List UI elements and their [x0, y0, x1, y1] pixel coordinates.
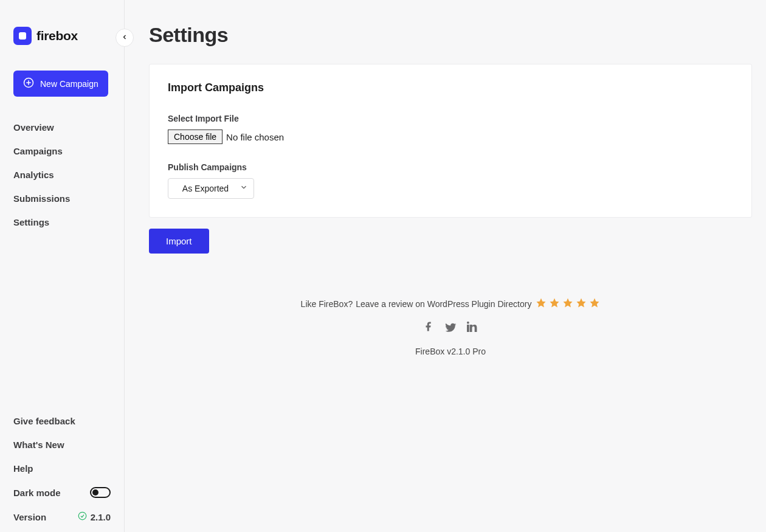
new-campaign-label: New Campaign [40, 79, 98, 89]
card-title: Import Campaigns [168, 81, 733, 94]
version-row: Version 2.1.0 [13, 511, 111, 522]
sidebar: firebox New Campaign Overview Campaigns … [0, 0, 125, 532]
linkedin-link[interactable] [467, 321, 478, 337]
toggle-knob-icon [92, 489, 98, 496]
star-icon [536, 297, 547, 310]
plus-circle-icon [23, 77, 34, 90]
linkedin-icon [467, 323, 478, 334]
logo-mark-icon [13, 27, 32, 45]
sidebar-item-submissions[interactable]: Submissions [13, 193, 111, 204]
sidebar-collapse-button[interactable] [116, 29, 134, 47]
new-campaign-button[interactable]: New Campaign [13, 71, 108, 97]
sidebar-bottom: Give feedback What's New Help Dark mode … [0, 416, 124, 532]
review-row: Like FireBox? Leave a review on WordPres… [149, 297, 752, 310]
svg-marker-8 [590, 299, 599, 308]
version-label: Version [13, 512, 46, 522]
review-prefix: Like FireBox? [301, 299, 353, 309]
publish-field: Publish Campaigns As Exported [168, 162, 733, 199]
facebook-link[interactable] [423, 321, 434, 337]
star-icon [576, 297, 587, 310]
dark-mode-row: Dark mode [13, 487, 111, 498]
star-icon [589, 297, 600, 310]
footer: Like FireBox? Leave a review on WordPres… [149, 297, 752, 356]
page-title: Settings [149, 23, 766, 47]
chevron-left-icon [121, 32, 128, 43]
svg-point-3 [78, 512, 86, 520]
publish-select-wrap: As Exported [168, 178, 254, 199]
svg-marker-7 [577, 299, 586, 308]
svg-marker-4 [537, 299, 546, 308]
svg-marker-6 [564, 299, 573, 308]
sidebar-nav: Overview Campaigns Analytics Submissions… [0, 122, 124, 227]
version-value: 2.1.0 [91, 512, 111, 522]
brand-name: firebox [36, 29, 78, 43]
file-status-text: No file chosen [226, 132, 284, 142]
sidebar-item-overview[interactable]: Overview [13, 122, 111, 133]
sidebar-top: firebox New Campaign [0, 0, 124, 122]
review-link[interactable]: Leave a review on WordPress Plugin Direc… [356, 299, 531, 309]
facebook-icon [423, 323, 434, 334]
sidebar-item-campaigns[interactable]: Campaigns [13, 146, 111, 156]
publish-field-label: Publish Campaigns [168, 162, 733, 172]
whats-new-link[interactable]: What's New [13, 440, 111, 450]
star-icon [549, 297, 560, 310]
import-campaigns-card: Import Campaigns Select Import File Choo… [149, 64, 752, 218]
check-circle-icon [78, 511, 87, 522]
logo[interactable]: firebox [13, 27, 111, 45]
sidebar-item-settings[interactable]: Settings [13, 217, 111, 227]
star-icon [562, 297, 573, 310]
twitter-icon [444, 326, 457, 336]
stars[interactable] [536, 297, 600, 310]
svg-marker-5 [550, 299, 559, 308]
file-field: Select Import File Choose file No file c… [168, 114, 733, 144]
footer-version-line: FireBox v2.1.0 Pro [149, 347, 752, 356]
dark-mode-label: Dark mode [13, 488, 61, 498]
twitter-link[interactable] [444, 321, 457, 337]
help-link[interactable]: Help [13, 463, 111, 474]
give-feedback-link[interactable]: Give feedback [13, 416, 111, 426]
choose-file-button[interactable]: Choose file [168, 130, 223, 144]
main: Settings Import Campaigns Select Import … [125, 0, 766, 532]
file-field-label: Select Import File [168, 114, 733, 123]
sidebar-item-analytics[interactable]: Analytics [13, 170, 111, 180]
social-row [149, 321, 752, 337]
publish-select[interactable]: As Exported [168, 178, 254, 199]
import-button[interactable]: Import [149, 229, 209, 254]
file-input-row: Choose file No file chosen [168, 130, 733, 144]
dark-mode-toggle[interactable] [90, 487, 111, 498]
